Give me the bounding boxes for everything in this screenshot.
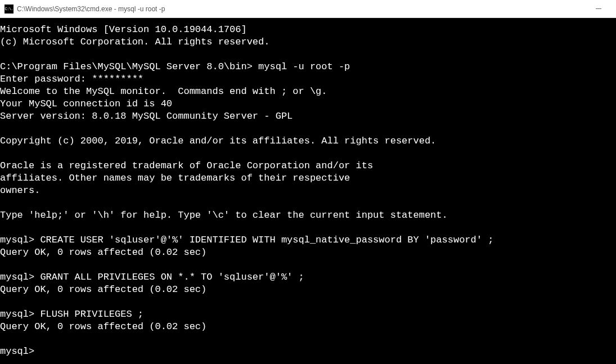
terminal-line: (c) Microsoft Corporation. All rights re… xyxy=(0,37,269,47)
terminal-line: Enter password: ********* xyxy=(0,74,143,84)
terminal-line: mysql> CREATE USER 'sqluser'@'%' IDENTIF… xyxy=(0,235,493,245)
terminal-line: Copyright (c) 2000, 2019, Oracle and/or … xyxy=(0,136,436,146)
terminal-line: Your MySQL connection id is 40 xyxy=(0,98,172,109)
terminal-line: Welcome to the MySQL monitor. Commands e… xyxy=(0,86,327,97)
window-controls xyxy=(586,0,611,18)
terminal-line: mysql> FLUSH PRIVILEGES ; xyxy=(0,309,143,320)
terminal-line: C:\Program Files\MySQL\MySQL Server 8.0\… xyxy=(0,61,350,72)
terminal-line: Query OK, 0 rows affected (0.02 sec) xyxy=(0,247,206,258)
terminal-line: Query OK, 0 rows affected (0.02 sec) xyxy=(0,284,206,295)
terminal-line: Type 'help;' or '\h' for help. Type '\c'… xyxy=(0,210,448,221)
terminal-line: affiliates. Other names may be trademark… xyxy=(0,173,350,183)
cmd-icon: C:\. xyxy=(5,5,14,14)
window-title: C:\Windows\System32\cmd.exe - mysql -u r… xyxy=(17,5,586,13)
terminal-line: owners. xyxy=(0,185,40,196)
terminal-prompt[interactable]: mysql> xyxy=(0,346,34,357)
terminal-line: Oracle is a registered trademark of Orac… xyxy=(0,160,373,171)
terminal-output[interactable]: Microsoft Windows [Version 10.0.19044.17… xyxy=(0,18,616,364)
terminal-line: mysql> GRANT ALL PRIVILEGES ON *.* TO 's… xyxy=(0,272,304,282)
svg-rect-0 xyxy=(596,8,601,9)
minimize-button[interactable] xyxy=(586,0,611,18)
terminal-line: Server version: 8.0.18 MySQL Community S… xyxy=(0,111,293,122)
titlebar: C:\. C:\Windows\System32\cmd.exe - mysql… xyxy=(0,0,616,18)
terminal-line: Query OK, 0 rows affected (0.02 sec) xyxy=(0,321,206,332)
terminal-line: Microsoft Windows [Version 10.0.19044.17… xyxy=(0,24,247,35)
